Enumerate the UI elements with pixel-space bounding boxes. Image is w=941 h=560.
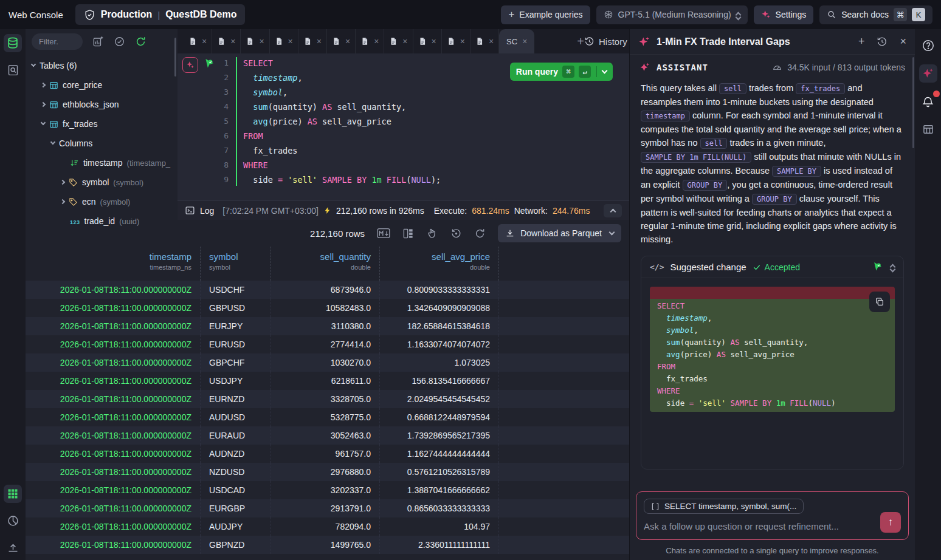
chart-view-button[interactable]	[4, 511, 22, 530]
marker-check-icon[interactable]	[872, 261, 883, 273]
table-row[interactable]: 2026-01-08T18:11:00.000000000ZUSDCAD3202…	[26, 481, 629, 499]
chevron-right-icon[interactable]	[41, 83, 46, 87]
column-header-symbol[interactable]: symbolsymbol	[201, 247, 271, 281]
close-tab-icon[interactable]: ×	[432, 36, 436, 46]
import-button[interactable]	[4, 538, 22, 556]
query-tab[interactable]: ×	[298, 29, 327, 53]
run-options-chevron-icon[interactable]	[602, 67, 608, 73]
tree-item-symbol[interactable]: symbol(symbol)	[26, 172, 178, 192]
new-tab-button[interactable]: +	[577, 35, 584, 49]
log-label[interactable]: Log	[200, 206, 214, 216]
query-tab[interactable]: ×	[327, 29, 356, 53]
table-row[interactable]: 2026-01-08T18:11:00.000000000ZNZDUSD2976…	[26, 463, 629, 481]
panel-scrollbar[interactable]	[912, 57, 914, 148]
undo-refresh-icon[interactable]	[450, 228, 462, 239]
schema-scrollbar[interactable]	[174, 38, 176, 77]
chevron-down-icon[interactable]	[41, 120, 46, 125]
table-row[interactable]: 2026-01-08T18:11:00.000000000ZUSDCHF6873…	[26, 281, 629, 299]
send-button[interactable]: ↑	[880, 512, 901, 533]
run-query-button[interactable]: Run query ⌘ ↵	[510, 63, 613, 81]
table-row[interactable]: 2026-01-08T18:11:00.000000000ZGBPCHF1030…	[26, 353, 629, 372]
query-tab[interactable]: ×	[470, 29, 499, 53]
chevron-down-icon[interactable]	[31, 62, 36, 67]
table-row[interactable]: 2026-01-08T18:11:00.000000000ZGBPNZD1499…	[26, 536, 629, 554]
download-parquet-button[interactable]: Download as Parquet	[498, 224, 621, 242]
add-view-icon[interactable]	[92, 36, 104, 47]
table-row[interactable]: 2026-01-08T18:11:00.000000000ZEURJPY3110…	[26, 317, 629, 335]
column-header-timestamp[interactable]: timestamptimestamp_ns	[26, 247, 201, 281]
notifications-button[interactable]	[919, 92, 937, 111]
tables-nav-button[interactable]	[4, 34, 22, 52]
table-row[interactable]: 2026-01-08T18:11:00.000000000ZEURUSD2774…	[26, 335, 629, 353]
search-docs-button[interactable]: Search docs ⌘ K	[819, 5, 932, 24]
tree-item-timestamp[interactable]: timestamp(timestamp_	[26, 153, 178, 172]
query-marker-icon[interactable]	[203, 58, 215, 70]
close-tab-icon[interactable]: ×	[259, 36, 264, 46]
grid-view-button[interactable]	[4, 485, 22, 503]
close-tab-icon[interactable]: ×	[317, 36, 322, 46]
table-panel-button[interactable]	[919, 120, 937, 138]
copy-code-button[interactable]	[869, 292, 890, 312]
download-options-chevron-icon[interactable]	[609, 229, 615, 235]
chevron-right-icon[interactable]	[60, 199, 65, 204]
tree-item-columns[interactable]: Columns	[26, 134, 178, 153]
tree-item-ethblocks-json[interactable]: ethblocks_json	[26, 95, 178, 114]
ai-panel-button[interactable]	[919, 64, 937, 83]
chat-history-button[interactable]	[877, 36, 888, 47]
close-tab-icon[interactable]: ×	[489, 36, 494, 46]
table-row[interactable]: 2026-01-08T18:11:00.000000000ZUSDJPY6218…	[26, 372, 629, 390]
refresh-icon[interactable]	[135, 36, 146, 47]
query-tab[interactable]: ×	[270, 29, 298, 53]
table-row[interactable]: 2026-01-08T18:11:00.000000000ZAUDUSD5328…	[26, 408, 629, 426]
sql-editor[interactable]: 123456789 SELECT timestamp, symbol, sum(…	[178, 53, 629, 200]
query-tab[interactable]: ×	[241, 29, 269, 53]
tree-item-ecn[interactable]: ecn(symbol)	[26, 192, 178, 211]
query-log-nav-button[interactable]	[4, 61, 22, 79]
chat-input-box[interactable]: SELECT timestamp, symbol, sum(... ↑	[636, 491, 909, 540]
column-header-sell_quantity[interactable]: sell_quantitydouble	[271, 247, 380, 281]
history-button[interactable]: History	[584, 36, 627, 47]
table-row[interactable]: 2026-01-08T18:11:00.000000000ZEURAUD3052…	[26, 426, 629, 445]
close-panel-button[interactable]: ×	[900, 35, 906, 48]
collapse-log-button[interactable]	[604, 204, 622, 217]
chevron-right-icon[interactable]	[41, 102, 46, 107]
chevron-right-icon[interactable]	[60, 180, 65, 185]
tree-item-core-price[interactable]: core_price	[26, 75, 178, 95]
help-button[interactable]	[919, 36, 937, 55]
example-queries-button[interactable]: + Example queries	[501, 5, 590, 24]
model-selector[interactable]: GPT-5.1 (Medium Reasoning)	[596, 5, 748, 24]
refresh-data-icon[interactable]	[474, 228, 486, 239]
tree-item-trade-id[interactable]: 123trade_id(uuid)	[26, 211, 178, 231]
query-tab[interactable]: ×	[384, 29, 413, 53]
drag-hand-icon[interactable]	[426, 227, 438, 239]
column-header-sell_avg_price[interactable]: sell_avg_pricedouble	[380, 247, 499, 281]
close-tab-icon[interactable]: ×	[522, 36, 527, 46]
table-row[interactable]: 2026-01-08T18:11:00.000000000ZAUDJPY7820…	[26, 517, 629, 536]
table-row[interactable]: 2026-01-08T18:11:00.000000000ZEURGBP2913…	[26, 499, 629, 517]
query-tab[interactable]: ×	[413, 29, 442, 53]
tree-item-tables-6-[interactable]: Tables (6)	[26, 56, 178, 75]
tree-item-fx-trades[interactable]: fx_trades	[26, 114, 178, 134]
table-row[interactable]: 2026-01-08T18:11:00.000000000ZGBPUSD1058…	[26, 299, 629, 317]
close-tab-icon[interactable]: ×	[230, 36, 235, 46]
close-tab-icon[interactable]: ×	[202, 36, 207, 46]
close-tab-icon[interactable]: ×	[288, 36, 293, 46]
close-tab-icon[interactable]: ×	[460, 36, 465, 46]
table-row[interactable]: 2026-01-08T18:11:00.000000000ZEURNZD3328…	[26, 390, 629, 408]
chat-input[interactable]	[644, 521, 863, 531]
settings-button[interactable]: Settings	[754, 5, 814, 24]
close-tab-icon[interactable]: ×	[374, 36, 379, 46]
ai-assist-icon[interactable]	[182, 57, 198, 73]
close-tab-icon[interactable]: ×	[345, 36, 350, 46]
check-circle-icon[interactable]	[114, 36, 125, 47]
query-context-chip[interactable]: SELECT timestamp, symbol, sum(...	[644, 499, 804, 514]
close-tab-icon[interactable]: ×	[402, 36, 407, 46]
layout-icon[interactable]	[402, 228, 414, 239]
query-tab[interactable]: ×	[184, 29, 212, 53]
table-row[interactable]: 2026-01-08T18:11:00.000000000ZAUDNZD9617…	[26, 445, 629, 463]
query-tab[interactable]: ×	[212, 29, 241, 53]
expand-chevrons-icon[interactable]	[891, 262, 895, 271]
chevron-down-icon[interactable]	[50, 140, 55, 145]
active-query-tab[interactable]: SC×	[499, 29, 534, 53]
filter-input[interactable]	[32, 33, 83, 50]
